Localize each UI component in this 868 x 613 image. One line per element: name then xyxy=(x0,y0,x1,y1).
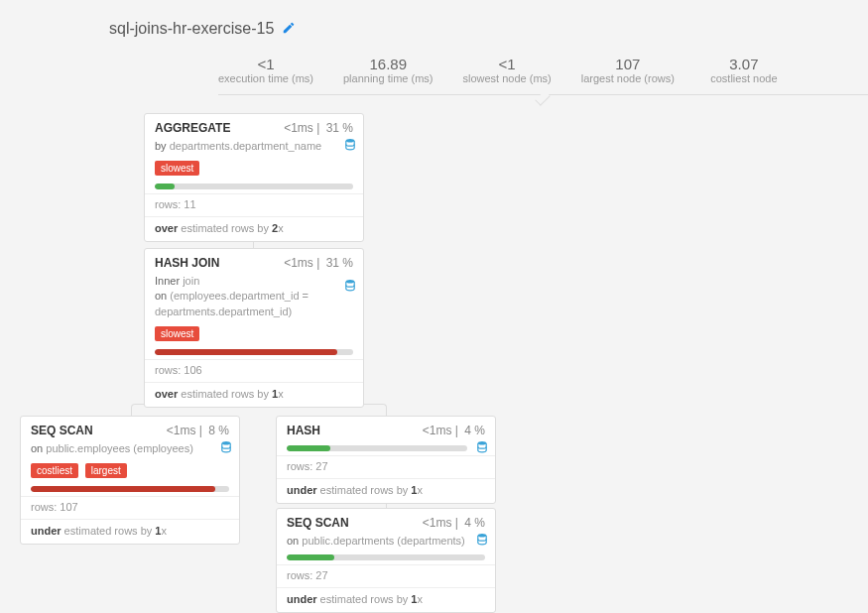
rows-count: rows: 107 xyxy=(21,496,239,519)
stat-value: 3.07 xyxy=(704,56,784,72)
rows-count: rows: 106 xyxy=(145,359,363,382)
stat-label: costliest node xyxy=(704,72,784,84)
tag-slowest: slowest xyxy=(155,326,199,341)
stat-slowest: <1 slowest node (ms) xyxy=(462,56,551,84)
estimate-line: under estimated rows by 1x xyxy=(277,587,495,612)
node-tags: slowest xyxy=(145,160,363,184)
node-tags: slowest xyxy=(145,325,363,349)
estimate-line: over estimated rows by 1x xyxy=(145,382,363,407)
rows-bar xyxy=(21,486,239,496)
svg-point-1 xyxy=(346,280,354,284)
rows-bar xyxy=(277,554,495,564)
node-title: HASH JOIN xyxy=(155,256,219,270)
stats-bar: <1 execution time (ms) 16.89 planning ti… xyxy=(218,56,868,95)
plan-node-seqscan-departments[interactable]: SEQ SCAN <1ms | 4 % on public.department… xyxy=(276,508,496,613)
node-title: SEQ SCAN xyxy=(287,516,349,530)
database-icon xyxy=(345,139,355,156)
plan-tree: AGGREGATE <1ms | 31 % by departments.dep… xyxy=(20,113,868,613)
rows-count: rows: 27 xyxy=(277,455,495,478)
plan-node-aggregate[interactable]: AGGREGATE <1ms | 31 % by departments.dep… xyxy=(144,113,364,242)
rows-bar xyxy=(145,184,363,193)
rows-count: rows: 11 xyxy=(145,193,363,216)
stat-label: execution time (ms) xyxy=(218,72,313,84)
tag-costliest: costliest xyxy=(31,463,78,478)
svg-point-0 xyxy=(346,139,354,143)
plan-node-hashjoin[interactable]: HASH JOIN <1ms | 31 % Inner join on (emp… xyxy=(144,248,364,408)
rows-bar xyxy=(277,441,495,455)
stat-costliest: 3.07 costliest node xyxy=(704,56,784,84)
stat-exec-time: <1 execution time (ms) xyxy=(218,56,313,84)
database-icon xyxy=(345,280,355,297)
plan-title: sql-joins-hr-exercise-15 xyxy=(109,20,274,38)
estimate-line: under estimated rows by 1x xyxy=(21,519,239,544)
node-title: HASH xyxy=(287,424,320,437)
stat-value: <1 xyxy=(462,56,551,72)
plan-node-hash[interactable]: HASH <1ms | 4 % rows: 27 under estimated… xyxy=(276,416,496,504)
title-row: sql-joins-hr-exercise-15 xyxy=(109,20,868,38)
node-timing: <1ms | 31 % xyxy=(284,121,353,135)
stat-value: 16.89 xyxy=(343,56,433,72)
database-icon xyxy=(477,441,487,456)
node-title: AGGREGATE xyxy=(155,121,230,135)
node-tags: costliest largest xyxy=(21,462,239,486)
node-title: SEQ SCAN xyxy=(31,424,93,437)
node-timing: <1ms | 4 % xyxy=(423,424,485,437)
node-subtitle: on public.departments (departments) xyxy=(277,534,495,554)
edit-icon[interactable] xyxy=(282,21,296,38)
database-icon xyxy=(221,441,231,458)
node-timing: <1ms | 4 % xyxy=(423,516,485,530)
stat-largest: 107 largest node (rows) xyxy=(581,56,675,84)
query-plan-page: sql-joins-hr-exercise-15 <1 execution ti… xyxy=(20,20,868,613)
plan-node-seqscan-employees[interactable]: SEQ SCAN <1ms | 8 % on public.employees … xyxy=(20,416,240,545)
svg-point-4 xyxy=(478,534,486,538)
rows-count: rows: 27 xyxy=(277,564,495,587)
estimate-line: under estimated rows by 1x xyxy=(277,478,495,503)
tag-largest: largest xyxy=(85,463,127,478)
database-icon xyxy=(477,534,487,551)
stat-label: planning time (ms) xyxy=(343,72,433,84)
node-timing: <1ms | 8 % xyxy=(167,424,229,437)
node-subtitle: by departments.department_name xyxy=(145,139,363,160)
estimate-line: over estimated rows by 2x xyxy=(145,216,363,241)
stat-plan-time: 16.89 planning time (ms) xyxy=(343,56,433,84)
rows-bar xyxy=(145,349,363,359)
svg-point-2 xyxy=(222,441,230,445)
stat-value: 107 xyxy=(581,56,675,72)
node-timing: <1ms | 31 % xyxy=(284,256,353,270)
stat-value: <1 xyxy=(218,56,313,72)
tag-slowest: slowest xyxy=(155,161,199,176)
node-subtitle: Inner join on (employees.department_id =… xyxy=(145,274,363,325)
svg-point-3 xyxy=(478,441,486,445)
stats-pointer-icon xyxy=(535,90,551,106)
stat-label: slowest node (ms) xyxy=(462,72,551,84)
node-subtitle: on public.employees (employees) xyxy=(21,441,239,462)
stat-label: largest node (rows) xyxy=(581,72,675,84)
